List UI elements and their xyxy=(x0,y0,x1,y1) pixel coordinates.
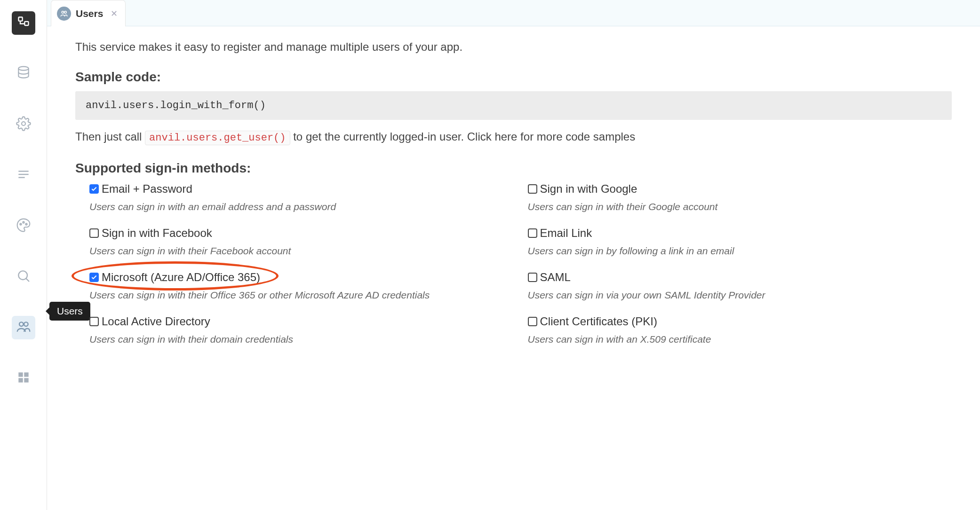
sample-code-block: anvil.users.login_with_form() xyxy=(75,91,952,120)
svg-point-12 xyxy=(19,322,24,326)
signin-method: Email LinkUsers can sign in by following… xyxy=(528,227,952,257)
method-label: Microsoft (Azure AD/Office 365) xyxy=(102,271,260,284)
sidebar-nav-settings[interactable] xyxy=(12,113,35,136)
method-label: Email + Password xyxy=(102,182,192,196)
methods-heading: Supported sign-in methods: xyxy=(75,161,952,176)
intro-text: This service makes it easy to register a… xyxy=(75,40,952,54)
signin-method: Local Active DirectoryUsers can sign in … xyxy=(89,315,514,345)
svg-rect-15 xyxy=(24,372,28,377)
hierarchy-icon xyxy=(17,16,30,31)
svg-point-18 xyxy=(62,11,64,13)
method-description: Users can sign in with their Facebook ac… xyxy=(89,245,514,257)
sidebar-nav-logs[interactable] xyxy=(12,164,35,187)
palette-icon xyxy=(16,218,31,235)
svg-rect-0 xyxy=(18,17,22,21)
method-checkbox[interactable] xyxy=(89,184,99,194)
method-label: Sign in with Google xyxy=(540,182,637,196)
svg-point-13 xyxy=(24,322,28,326)
sample-code-heading: Sample code: xyxy=(75,70,952,85)
signin-method: Email + PasswordUsers can sign in with a… xyxy=(89,182,514,212)
signin-method: Sign in with GoogleUsers can sign in wit… xyxy=(528,182,952,212)
signin-method: Microsoft (Azure AD/Office 365)Users can… xyxy=(89,271,514,301)
svg-point-9 xyxy=(25,223,27,225)
grid-icon xyxy=(16,370,31,387)
svg-rect-17 xyxy=(24,378,28,382)
method-description: Users can sign in via your own SAML Iden… xyxy=(528,290,952,301)
method-checkbox[interactable] xyxy=(528,317,537,326)
inline-code: anvil.users.get_user() xyxy=(145,131,290,145)
sidebar-nav-search[interactable] xyxy=(12,265,35,289)
svg-point-3 xyxy=(22,122,25,126)
method-label: Client Certificates (PKI) xyxy=(540,315,657,328)
svg-point-7 xyxy=(20,223,21,225)
tabbar: Users ✕ xyxy=(47,0,980,26)
signin-method: Sign in with FacebookUsers can sign in w… xyxy=(89,227,514,257)
method-label: Sign in with Facebook xyxy=(102,227,212,240)
method-description: Users can sign in with their Google acco… xyxy=(528,201,952,212)
svg-point-19 xyxy=(64,11,67,13)
method-description: Users can sign in by following a link in… xyxy=(528,245,952,257)
usage-suffix: to get the currently logged-in user. Cli… xyxy=(290,130,636,143)
method-checkbox[interactable] xyxy=(528,273,537,282)
gear-icon xyxy=(16,116,31,133)
usage-prefix: Then just call xyxy=(75,130,145,143)
tab-users[interactable]: Users ✕ xyxy=(51,0,126,26)
method-description: Users can sign in with their Office 365 … xyxy=(89,290,514,301)
method-label: Email Link xyxy=(540,227,592,240)
svg-rect-1 xyxy=(24,22,28,25)
svg-rect-16 xyxy=(18,378,23,382)
search-icon xyxy=(16,268,31,285)
list-icon xyxy=(16,167,31,184)
method-checkbox[interactable] xyxy=(528,228,537,238)
method-checkbox[interactable] xyxy=(528,184,537,194)
svg-line-11 xyxy=(26,278,29,282)
signin-methods-grid: Email + PasswordUsers can sign in with a… xyxy=(75,182,952,345)
close-icon[interactable]: ✕ xyxy=(111,8,118,19)
sidebar-nav-users[interactable] xyxy=(12,316,35,339)
sidebar-nav-theme[interactable] xyxy=(12,214,35,238)
method-checkbox[interactable] xyxy=(89,228,99,238)
tooltip-users: Users xyxy=(49,302,90,321)
svg-rect-14 xyxy=(18,372,23,377)
method-checkbox[interactable] xyxy=(89,317,99,326)
method-description: Users can sign in with an email address … xyxy=(89,201,514,212)
method-description: Users can sign in with their domain cred… xyxy=(89,334,514,345)
signin-method: Client Certificates (PKI)Users can sign … xyxy=(528,315,952,345)
svg-point-10 xyxy=(18,271,27,280)
main-panel: Users ✕ This service makes it easy to re… xyxy=(47,0,980,510)
tab-label: Users xyxy=(76,8,103,19)
sidebar-nav-apps[interactable] xyxy=(12,367,35,390)
method-description: Users can sign in with an X.509 certific… xyxy=(528,334,952,345)
svg-point-8 xyxy=(23,221,24,223)
usage-paragraph: Then just call anvil.users.get_user() to… xyxy=(75,130,952,144)
method-checkbox[interactable] xyxy=(89,273,99,282)
database-icon xyxy=(16,65,31,82)
users-icon xyxy=(57,7,71,21)
users-icon xyxy=(16,319,31,336)
sidebar: Users xyxy=(0,0,47,510)
content: This service makes it easy to register a… xyxy=(47,26,980,510)
signin-method: SAMLUsers can sign in via your own SAML … xyxy=(528,271,952,301)
sidebar-nav-database[interactable] xyxy=(12,62,35,86)
sidebar-nav-app[interactable] xyxy=(12,11,35,35)
method-label: Local Active Directory xyxy=(102,315,210,328)
svg-point-2 xyxy=(18,67,28,71)
method-label: SAML xyxy=(540,271,571,284)
